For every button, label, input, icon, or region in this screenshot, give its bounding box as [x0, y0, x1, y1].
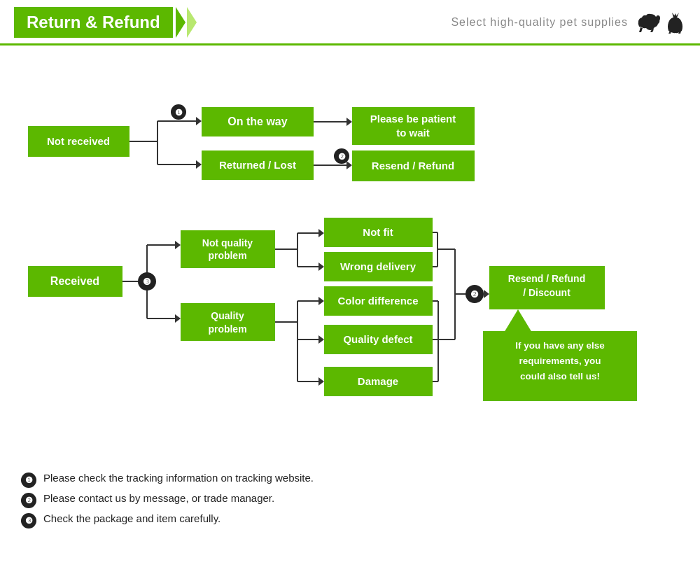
header-chevrons — [176, 7, 197, 38]
quality-problem-line2: problem — [208, 323, 246, 335]
footnotes-section: ❶ Please check the tracking information … — [0, 472, 700, 528]
on-the-way-label: On the way — [227, 115, 287, 127]
footnote-2: ❷ Please contact us by message, or trade… — [21, 492, 679, 508]
arrow-qdefect — [318, 335, 324, 344]
arrow-notfit — [318, 229, 324, 237]
footnote2-text: Please contact us by message, or trade m… — [43, 492, 274, 504]
wrong-delivery-label: Wrong delivery — [340, 260, 416, 272]
cat-icon — [665, 11, 686, 34]
damage-label: Damage — [358, 375, 398, 387]
arrow-damage — [318, 377, 324, 386]
dog-icon — [635, 11, 662, 32]
footnote-1: ❶ Please check the tracking information … — [21, 472, 679, 488]
pet-icons — [635, 11, 686, 34]
badge2-top-text: ❷ — [338, 152, 346, 162]
not-quality-line2: problem — [208, 250, 246, 261]
header-subtitle: Select high-quality pet supplies — [451, 11, 686, 34]
arrow-wrong — [318, 262, 324, 271]
not-quality-box — [181, 230, 275, 268]
badge2-bot-text: ❷ — [470, 289, 479, 300]
footnote1-text: Please check the tracking information on… — [43, 472, 314, 484]
not-fit-label: Not fit — [363, 226, 393, 238]
arrow4 — [346, 161, 352, 169]
chevron2-icon — [187, 7, 197, 38]
arrow-qp — [175, 314, 181, 323]
extra-req-line2: requirements, you — [519, 356, 601, 366]
footnote1-badge: ❶ — [21, 472, 36, 488]
main-content: Not received ❶ On the way Returned / Los… — [0, 46, 700, 461]
resend-refund-top-label: Resend / Refund — [372, 160, 454, 172]
arrow-nqp — [175, 241, 181, 249]
arrow-color — [318, 297, 324, 305]
flow-diagram: Not received ❶ On the way Returned / Los… — [21, 59, 679, 451]
badge1-text: ❶ — [175, 108, 183, 118]
arrow2 — [196, 160, 202, 169]
footnote3-text: Check the package and item carefully. — [43, 512, 220, 524]
arrow1 — [196, 117, 202, 125]
quality-defect-label: Quality defect — [343, 333, 412, 345]
returned-lost-label: Returned / Lost — [219, 159, 296, 171]
svg-point-0 — [656, 15, 660, 21]
arrow3 — [346, 118, 352, 126]
footnote3-badge: ❸ — [21, 513, 36, 528]
footnote-3: ❸ Check the package and item carefully. — [21, 512, 679, 528]
badge3-text: ❸ — [143, 276, 151, 287]
extra-req-line3: could also tell us! — [520, 371, 600, 382]
title-box: Return & Refund — [14, 7, 173, 38]
color-diff-label: Color difference — [337, 295, 418, 307]
footnote2-badge: ❷ — [21, 493, 36, 508]
subtitle-text: Select high-quality pet supplies — [451, 16, 628, 29]
not-quality-line1: Not quality — [202, 237, 253, 248]
page-title: Return & Refund — [27, 13, 160, 32]
rrd-line2: / Discount — [523, 287, 570, 298]
please-wait-line1: Please be patient — [370, 113, 456, 125]
header: Return & Refund Select high-quality pet … — [0, 0, 700, 46]
please-wait-line2: to wait — [396, 127, 430, 139]
quality-problem-box — [181, 303, 275, 341]
arrow-rrd — [484, 290, 489, 298]
speech-arrow — [504, 309, 532, 332]
not-received-label: Not received — [47, 135, 110, 147]
chevron1-icon — [176, 7, 186, 38]
extra-req-line1: If you have any else — [515, 340, 605, 351]
rrd-line1: Resend / Refund — [508, 273, 585, 284]
received-label: Received — [50, 275, 99, 287]
quality-problem-line1: Quality — [211, 310, 244, 321]
